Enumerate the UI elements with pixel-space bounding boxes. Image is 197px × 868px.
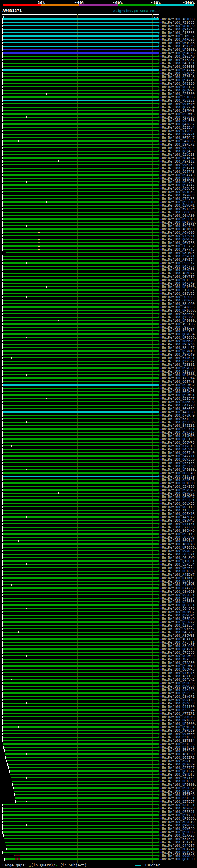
- hit-bar[interactable]: [3, 235, 158, 237]
- hit-bar[interactable]: [3, 45, 158, 47]
- hit-bar[interactable]: [3, 110, 158, 111]
- hit-bar[interactable]: [5, 841, 158, 843]
- hit-bar[interactable]: [3, 435, 158, 436]
- hit-bar[interactable]: [3, 310, 158, 311]
- hit-bar[interactable]: [3, 503, 158, 504]
- hit-bar[interactable]: [3, 814, 158, 816]
- hit-bar[interactable]: [3, 682, 158, 684]
- hit-bar[interactable]: [14, 791, 158, 792]
- hit-bar[interactable]: [3, 611, 158, 613]
- hit-bar[interactable]: [3, 804, 158, 805]
- hit-bar[interactable]: [3, 618, 158, 619]
- hit-bar[interactable]: [3, 733, 158, 734]
- hit-bar[interactable]: [3, 574, 158, 575]
- hit-bar[interactable]: [3, 377, 158, 379]
- hit-bar[interactable]: [3, 486, 158, 487]
- hit-bar[interactable]: [3, 432, 158, 433]
- hit-bar[interactable]: [3, 100, 158, 101]
- hit-bar[interactable]: [3, 588, 158, 589]
- hit-bar[interactable]: [9, 767, 158, 768]
- hit-bar[interactable]: [3, 604, 158, 606]
- hit-bar[interactable]: [3, 381, 158, 382]
- hit-bar[interactable]: [3, 452, 158, 453]
- hit-bar[interactable]: [3, 316, 158, 318]
- hit-bar[interactable]: [3, 408, 158, 409]
- hit-bar[interactable]: [3, 19, 158, 20]
- hit-bar[interactable]: [3, 821, 158, 823]
- hit-bar[interactable]: [3, 171, 158, 172]
- hit-bar[interactable]: [3, 506, 158, 507]
- hit-bar[interactable]: [3, 472, 158, 473]
- hit-bar[interactable]: [3, 184, 158, 186]
- hit-bar[interactable]: [3, 59, 158, 60]
- hit-bar[interactable]: [3, 689, 158, 690]
- hit-bar[interactable]: [3, 818, 158, 819]
- hit-bar[interactable]: [3, 120, 158, 121]
- hit-bar[interactable]: [3, 303, 158, 304]
- hit-bar[interactable]: [3, 141, 158, 142]
- hit-bar[interactable]: [3, 154, 158, 155]
- hit-bar[interactable]: [3, 191, 158, 192]
- hit-bar[interactable]: [3, 581, 158, 582]
- hit-bar[interactable]: [3, 456, 158, 457]
- hit-bar[interactable]: [3, 638, 158, 640]
- hit-bar[interactable]: [3, 239, 158, 240]
- hit-bar[interactable]: [3, 215, 158, 216]
- hit-bar[interactable]: [3, 740, 158, 741]
- hit-bar[interactable]: [3, 459, 158, 460]
- hit-bar[interactable]: [3, 300, 158, 301]
- hit-bar[interactable]: [3, 560, 158, 562]
- hit-bar[interactable]: [3, 723, 158, 724]
- hit-bar[interactable]: [3, 395, 158, 396]
- hit-bar[interactable]: [6, 757, 158, 758]
- hit-bar[interactable]: [3, 635, 158, 636]
- hit-bar[interactable]: [4, 835, 158, 836]
- hit-bar[interactable]: [3, 496, 158, 497]
- hit-bar[interactable]: [3, 212, 158, 213]
- hit-bar[interactable]: [3, 476, 158, 477]
- hit-bar[interactable]: [3, 218, 158, 220]
- hit-bar[interactable]: [3, 665, 158, 666]
- hit-bar[interactable]: [3, 327, 158, 328]
- hit-bar[interactable]: [3, 615, 158, 616]
- hit-bar[interactable]: [3, 540, 158, 541]
- hit-bar[interactable]: [3, 713, 158, 714]
- hit-bar[interactable]: [3, 411, 158, 412]
- hit-bar[interactable]: [3, 489, 158, 491]
- hit-bar[interactable]: [3, 90, 158, 91]
- hit-bar[interactable]: [3, 123, 158, 125]
- hit-bar[interactable]: [3, 523, 158, 524]
- hit-bar[interactable]: [3, 720, 158, 721]
- hit-bar[interactable]: [3, 384, 158, 385]
- hit-bar[interactable]: [3, 591, 158, 592]
- hit-bar[interactable]: [12, 780, 158, 782]
- hit-bar[interactable]: [3, 80, 158, 81]
- hit-bar[interactable]: [3, 554, 158, 555]
- hit-bar[interactable]: [3, 293, 158, 294]
- hit-bar[interactable]: [3, 83, 158, 84]
- hit-bar[interactable]: [3, 577, 158, 579]
- hit-bar[interactable]: [3, 544, 158, 545]
- hit-bar[interactable]: [3, 418, 158, 420]
- hit-bar[interactable]: [5, 753, 158, 755]
- hit-bar[interactable]: [3, 276, 158, 277]
- hit-bar[interactable]: [7, 848, 158, 849]
- hit-bar[interactable]: [3, 157, 158, 159]
- hit-bar[interactable]: [3, 509, 158, 511]
- hit-bar[interactable]: [3, 195, 158, 196]
- hit-bar[interactable]: [3, 255, 158, 257]
- hit-bar[interactable]: [7, 760, 158, 762]
- hit-bar[interactable]: [3, 706, 158, 707]
- hit-bar[interactable]: [3, 533, 158, 534]
- hit-bar[interactable]: [3, 273, 158, 274]
- hit-bar[interactable]: [3, 22, 158, 23]
- hit-label[interactable]: UniRef100_Q8JFE0: [162, 858, 195, 861]
- hit-bar[interactable]: [3, 228, 158, 230]
- hit-bar[interactable]: [3, 354, 158, 355]
- hit-bar[interactable]: [3, 438, 158, 440]
- hit-bar[interactable]: [3, 401, 158, 402]
- hit-bar[interactable]: [3, 340, 158, 341]
- hit-bar[interactable]: [3, 696, 158, 697]
- hit-bar[interactable]: [3, 808, 158, 809]
- hit-bar[interactable]: [3, 679, 158, 680]
